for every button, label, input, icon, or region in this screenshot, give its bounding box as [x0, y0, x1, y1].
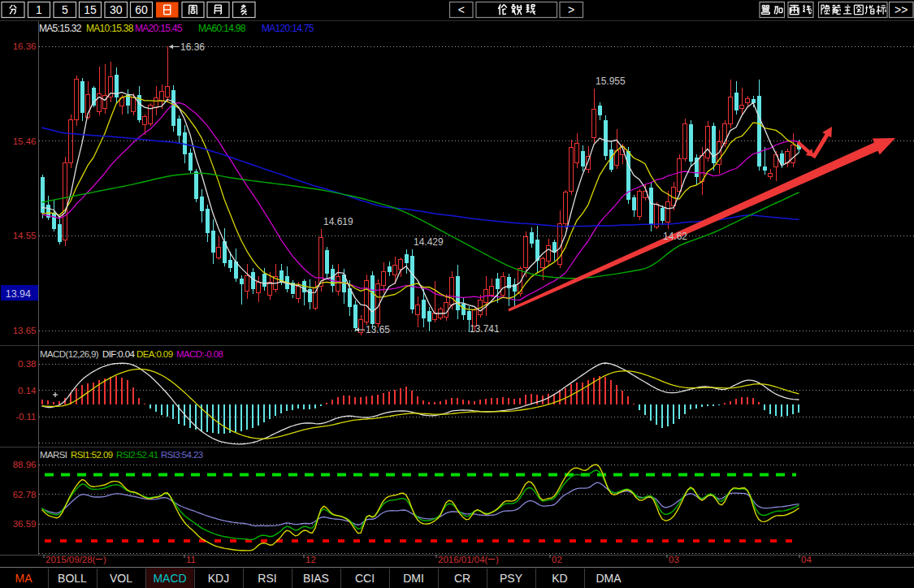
svg-text:2016/01/04: 2016/01/04 — [438, 555, 485, 564]
svg-text:15.955: 15.955 — [596, 76, 626, 87]
svg-text:MA10:15.38: MA10:15.38 — [86, 23, 134, 34]
svg-text:DEA:0.09: DEA:0.09 — [136, 349, 173, 359]
svg-text:2015/09/28: 2015/09/28 — [45, 555, 93, 564]
svg-text:15: 15 — [84, 3, 97, 16]
svg-text:DMA: DMA — [596, 572, 622, 585]
svg-text:04: 04 — [801, 555, 812, 564]
svg-text:BOLL: BOLL — [58, 572, 87, 585]
svg-text:RSI: RSI — [258, 572, 276, 585]
svg-text:15.46: 15.46 — [13, 136, 37, 146]
svg-text:RSI1:52.09: RSI1:52.09 — [71, 450, 113, 460]
svg-text:11: 11 — [186, 555, 196, 564]
svg-text:DIF:0.04: DIF:0.04 — [102, 349, 136, 359]
svg-text:MACD: MACD — [153, 572, 186, 585]
svg-text:02: 02 — [552, 555, 562, 564]
svg-text:(: ( — [485, 555, 488, 564]
svg-text:13.741: 13.741 — [470, 323, 500, 335]
svg-text:MA20:15.45: MA20:15.45 — [135, 23, 183, 34]
svg-text:MA: MA — [15, 572, 33, 585]
svg-text:12: 12 — [305, 555, 316, 564]
svg-text:36.59: 36.59 — [13, 519, 37, 529]
svg-text:DMI: DMI — [403, 572, 424, 585]
svg-text:14.429: 14.429 — [414, 236, 444, 248]
svg-text:RSI3:54.23: RSI3:54.23 — [161, 450, 203, 460]
svg-text:): ) — [103, 555, 106, 564]
svg-text:62.78: 62.78 — [13, 490, 37, 499]
svg-text:KD: KD — [552, 572, 567, 585]
svg-text:13.65: 13.65 — [13, 326, 37, 335]
svg-text:13.65: 13.65 — [366, 324, 390, 335]
svg-text:MACD(12,26,9): MACD(12,26,9) — [40, 349, 99, 359]
svg-text:CR: CR — [454, 572, 470, 585]
svg-text:14.62: 14.62 — [663, 231, 687, 242]
svg-text:13.94: 13.94 — [6, 288, 31, 300]
svg-text:MARSI: MARSI — [40, 450, 67, 460]
svg-text:): ) — [496, 555, 499, 564]
svg-text:BIAS: BIAS — [303, 572, 329, 585]
svg-text:MACD:-0.08: MACD:-0.08 — [176, 349, 223, 359]
svg-text:>: > — [568, 3, 574, 16]
svg-text:88.96: 88.96 — [13, 460, 37, 469]
svg-text:16.36: 16.36 — [180, 41, 205, 53]
svg-text:CCI: CCI — [355, 572, 375, 585]
svg-text:30: 30 — [110, 3, 123, 16]
svg-text:RSI2:52.41: RSI2:52.41 — [116, 450, 158, 460]
svg-text:16.36: 16.36 — [13, 41, 37, 51]
svg-text:60: 60 — [135, 3, 148, 16]
svg-text:MA5:15.32: MA5:15.32 — [39, 23, 82, 34]
svg-text:MA60:14.98: MA60:14.98 — [198, 23, 246, 34]
svg-text:>>: >> — [895, 3, 908, 16]
svg-text:(: ( — [93, 555, 96, 564]
svg-text:5: 5 — [62, 3, 68, 16]
svg-text:14.55: 14.55 — [13, 231, 37, 240]
svg-text:0.38: 0.38 — [18, 359, 36, 369]
svg-text:0.14: 0.14 — [18, 386, 37, 396]
svg-text:03: 03 — [669, 555, 679, 564]
svg-text:14.619: 14.619 — [323, 216, 353, 227]
svg-text:1: 1 — [36, 3, 42, 16]
svg-text:VOL: VOL — [110, 572, 132, 585]
svg-text:MA120:14.75: MA120:14.75 — [262, 23, 314, 34]
svg-text:<: < — [458, 3, 465, 16]
svg-text:PSY: PSY — [500, 572, 523, 585]
svg-text:KDJ: KDJ — [208, 572, 229, 585]
svg-text:-0.11: -0.11 — [15, 412, 36, 422]
